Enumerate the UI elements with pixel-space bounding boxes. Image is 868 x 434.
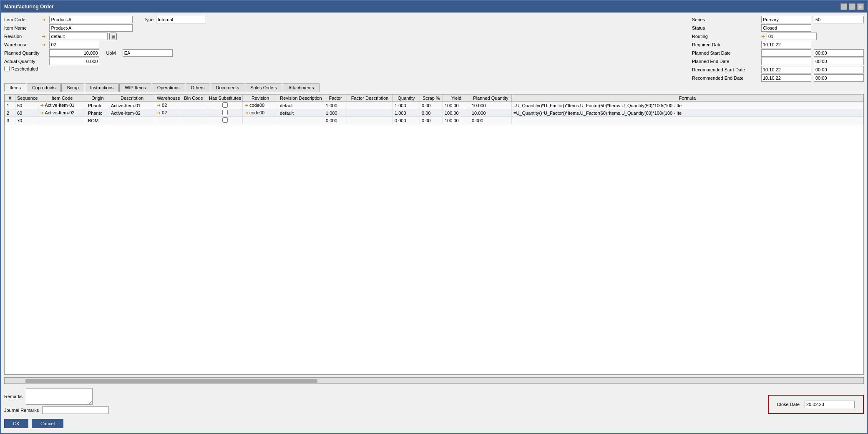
cell-rev-desc — [278, 117, 324, 124]
warehouse-label: Warehouse — [4, 42, 39, 47]
window-title: Manufacturing Order — [4, 4, 54, 10]
minimize-button[interactable]: _ — [840, 3, 847, 10]
ok-button[interactable]: OK — [4, 419, 28, 428]
cell-num: 2 — [5, 109, 15, 117]
col-quantity: Quantity — [393, 95, 420, 102]
tab-documents[interactable]: Documents — [211, 83, 245, 92]
tab-coproducts[interactable]: Coproducts — [27, 83, 61, 92]
col-item-code: Item Code — [38, 95, 86, 102]
actual-qty-label: Actual Quantity — [4, 59, 39, 64]
tab-wip-items[interactable]: WIP Items — [119, 83, 151, 92]
cell-factor-desc — [347, 102, 393, 109]
revision-input[interactable] — [49, 33, 108, 40]
col-description: Description — [109, 95, 155, 102]
warehouse-input[interactable] — [49, 41, 99, 48]
cell-factor-desc — [347, 109, 393, 117]
planned-qty-input[interactable] — [49, 49, 99, 57]
revision-button[interactable]: ▤ — [109, 33, 117, 40]
cancel-button[interactable]: Cancel — [32, 419, 63, 428]
items-table: # Sequence Item Code Origin Description … — [5, 94, 863, 124]
cell-origin: Phantc — [86, 102, 109, 109]
rec-start-input[interactable] — [761, 66, 811, 73]
cell-planned-qty: 10.000 — [470, 102, 512, 109]
status-input[interactable] — [761, 24, 811, 32]
tab-items[interactable]: Items — [4, 83, 26, 92]
horizontal-scrollbar[interactable] — [4, 377, 864, 384]
rescheduled-checkbox[interactable] — [4, 66, 10, 71]
tabs-container: Items Coproducts Scrap Instructions WIP … — [4, 83, 864, 92]
title-bar: Manufacturing Order _ □ × — [1, 1, 867, 13]
series-number-input[interactable] — [814, 16, 864, 23]
cell-origin: BOM — [86, 117, 109, 124]
item-code-label: Item Code — [4, 17, 39, 22]
tab-scrap[interactable]: Scrap — [61, 83, 84, 92]
cell-formula: =U_Quantity()*U_Factor()*Items.U_Factor(… — [512, 109, 863, 117]
rec-start-time[interactable] — [814, 66, 864, 73]
item-code-input[interactable] — [49, 16, 133, 23]
type-input[interactable] — [156, 16, 206, 23]
status-label: Status — [692, 25, 759, 30]
cell-description: Active-Item-01 — [109, 102, 155, 109]
journal-remarks-input[interactable] — [42, 406, 109, 414]
rec-end-input[interactable] — [761, 74, 811, 82]
actual-qty-input[interactable] — [49, 58, 99, 65]
cell-yield: 100.00 — [443, 117, 470, 124]
cell-quantity: 0.000 — [393, 117, 420, 124]
header-section: Item Code Type Item Name Revision ▤ Ware… — [4, 16, 864, 82]
cell-formula — [512, 117, 863, 124]
item-name-label: Item Name — [4, 25, 39, 30]
planned-start-label: Planned Start Date — [692, 50, 759, 56]
planned-start-input[interactable] — [761, 49, 811, 57]
revision-arrow — [42, 34, 47, 39]
remarks-label: Remarks — [4, 394, 23, 399]
rec-end-time[interactable] — [814, 74, 864, 82]
tab-attachments[interactable]: Attachments — [283, 83, 319, 92]
cell-item-code: ➜ Active-Item-01 — [38, 102, 86, 109]
tab-instructions[interactable]: Instructions — [85, 83, 119, 92]
right-header: Series Status Routing Required Date Plan… — [692, 16, 864, 82]
cell-quantity: 1.000 — [393, 109, 420, 117]
routing-input[interactable] — [767, 33, 817, 40]
planned-start-time[interactable] — [814, 49, 864, 57]
cell-has-substitutes — [207, 109, 243, 117]
tab-operations[interactable]: Operations — [152, 83, 185, 92]
uom-label: UoM — [106, 50, 116, 56]
item-code-arrow — [42, 17, 47, 23]
cell-bin-code — [180, 117, 207, 124]
cell-factor: 1.000 — [324, 109, 347, 117]
close-date-box: Close Date — [768, 395, 864, 414]
item-name-input[interactable] — [49, 24, 133, 32]
cell-warehouse — [155, 117, 180, 124]
cell-quantity: 1.000 — [393, 102, 420, 109]
tab-others[interactable]: Others — [186, 83, 210, 92]
series-input[interactable] — [761, 16, 811, 23]
col-revision-desc: Revision Description — [278, 95, 324, 102]
col-scrap: Scrap % — [420, 95, 443, 102]
planned-end-time[interactable] — [814, 58, 864, 65]
close-date-label: Close Date — [777, 402, 800, 407]
remarks-input[interactable] — [26, 388, 93, 405]
close-date-input[interactable] — [805, 401, 855, 408]
manufacturing-order-window: Manufacturing Order _ □ × Item Code Type… — [0, 0, 868, 434]
items-grid[interactable]: # Sequence Item Code Origin Description … — [4, 94, 864, 375]
button-row: OK Cancel — [4, 417, 864, 430]
maximize-button[interactable]: □ — [849, 3, 855, 10]
planned-end-input[interactable] — [761, 58, 811, 65]
series-label: Series — [692, 17, 759, 22]
cell-formula: =U_Quantity()*U_Factor()*Items.U_Factor(… — [512, 102, 863, 109]
uom-input[interactable] — [123, 49, 173, 57]
col-factor-desc: Factor Description — [347, 95, 393, 102]
cell-has-substitutes — [207, 117, 243, 124]
cell-sequence: 60 — [15, 109, 38, 117]
rec-start-label: Recommended Start Date — [692, 67, 759, 72]
table-row[interactable]: 150➜ Active-Item-01PhantcActive-Item-01➜… — [5, 102, 863, 109]
col-formula: Formula — [512, 95, 863, 102]
cell-has-substitutes — [207, 102, 243, 109]
table-row[interactable]: 260➜ Active-Item-02PhantcActive-Item-02➜… — [5, 109, 863, 117]
tab-sales-orders[interactable]: Sales Orders — [245, 83, 282, 92]
table-row[interactable]: 370BOM0.0000.0000.00100.000.000 — [5, 117, 863, 124]
cell-num: 1 — [5, 102, 15, 109]
required-date-input[interactable] — [761, 41, 811, 48]
cell-factor-desc — [347, 117, 393, 124]
close-button[interactable]: × — [857, 3, 864, 10]
